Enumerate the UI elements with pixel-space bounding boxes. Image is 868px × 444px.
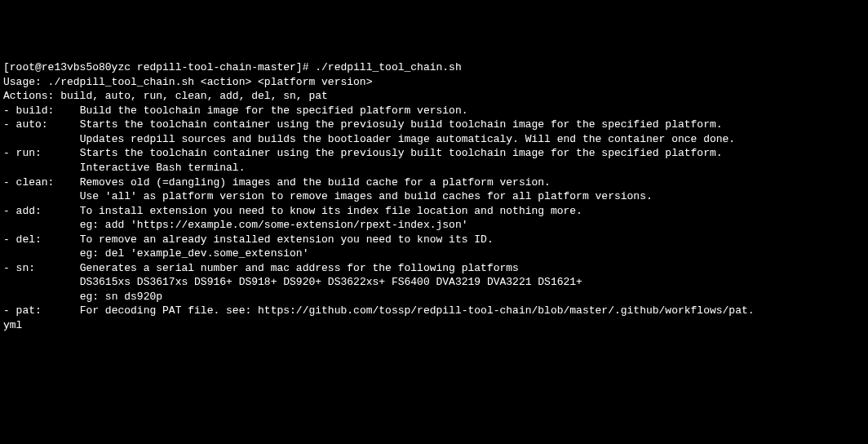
auto-label: - auto: [3,118,80,131]
pat-label: - pat: [3,304,80,317]
terminal-output: [root@re13vbs5o80yzc redpill-tool-chain-… [3,60,865,332]
indent [3,133,80,145]
auto-line-2: Updates redpill sources and builds the b… [3,132,865,147]
clean-desc-2: Use 'all' as platform version to remove … [80,190,653,202]
add-line-2: eg: add 'https://example.com/some-extens… [3,218,865,233]
auto-desc-2: Updates redpill sources and builds the b… [80,133,736,145]
add-line-1: - add: To install extension you need to … [3,204,865,219]
del-line-1: - del: To remove an already installed ex… [3,233,865,247]
clean-line-1: - clean: Removes old (=dangling) images … [3,175,865,190]
add-desc-2: eg: add 'https://example.com/some-extens… [80,219,468,231]
del-desc-1: To remove an already installed extension… [80,233,494,246]
build-desc: Build the toolchain image for the specif… [80,104,468,117]
actions-list: Actions: build, auto, run, clean, add, d… [3,89,865,104]
clean-line-2: Use 'all' as platform version to remove … [3,189,865,204]
build-line-1: - build: Build the toolchain image for t… [3,104,865,118]
sn-desc-2: DS3615xs DS3617xs DS916+ DS918+ DS920+ D… [80,276,582,288]
add-label: - add: [3,205,80,217]
sn-line-3: eg: sn ds920p [3,290,865,304]
del-desc-2: eg: del 'example_dev.some_extension' [80,247,309,260]
indent [3,162,80,174]
sn-line-2: DS3615xs DS3617xs DS916+ DS918+ DS920+ D… [3,275,865,290]
indent [3,190,80,202]
run-label: - run: [3,147,80,159]
prompt-line: [root@re13vbs5o80yzc redpill-tool-chain-… [3,60,865,75]
indent [3,291,80,303]
auto-line-1: - auto: Starts the toolchain container u… [3,118,865,132]
indent [3,276,80,288]
add-desc-1: To install extension you need to know it… [80,205,582,217]
del-line-2: eg: del 'example_dev.some_extension' [3,246,865,261]
pat-desc-1: For decoding PAT file. see: https://gith… [80,304,755,317]
run-desc-1: Starts the toolchain container using the… [80,147,723,159]
clean-desc-1: Removes old (=dangling) images and the b… [80,176,551,189]
sn-line-1: - sn: Generates a serial number and mac … [3,261,865,276]
pat-line-1: - pat: For decoding PAT file. see: https… [3,304,865,318]
sn-label: - sn: [3,262,80,274]
auto-desc-1: Starts the toolchain container using the… [80,118,723,131]
indent [3,247,80,260]
build-label: - build: [3,104,80,117]
pat-line-2: yml [3,318,865,333]
sn-desc-3: eg: sn ds920p [80,291,162,303]
usage-line: Usage: ./redpill_tool_chain.sh <action> … [3,75,865,90]
del-label: - del: [3,233,80,246]
indent [3,219,80,231]
sn-desc-1: Generates a serial number and mac addres… [80,262,519,274]
clean-label: - clean: [3,176,80,189]
run-line-1: - run: Starts the toolchain container us… [3,146,865,161]
run-line-2: Interactive Bash terminal. [3,161,865,175]
run-desc-2: Interactive Bash terminal. [80,162,246,174]
